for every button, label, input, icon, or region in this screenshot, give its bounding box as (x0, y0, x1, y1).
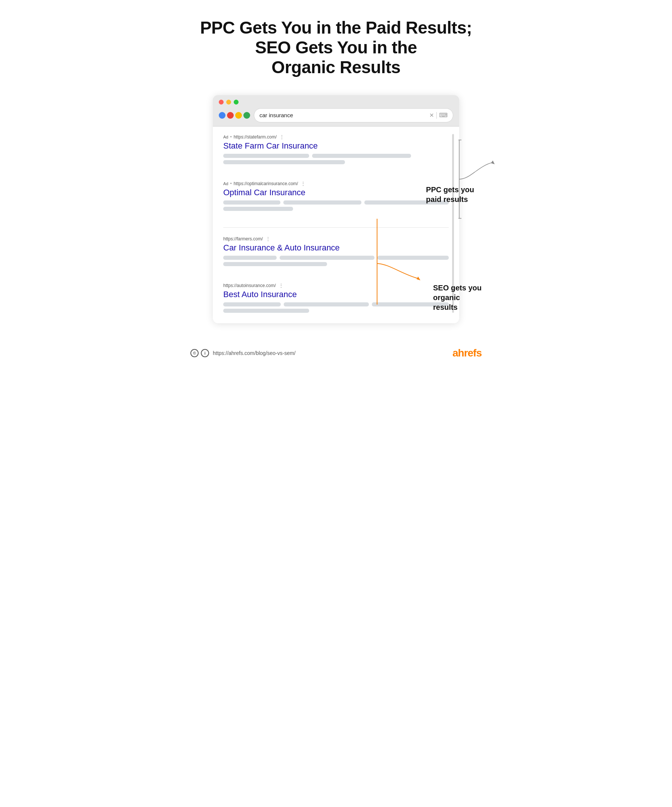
menu-dots-2: ⋮ (301, 181, 306, 187)
result-lines-1 (223, 154, 449, 164)
footer-url: https://ahrefs.com/blog/seo-vs-sem/ (213, 350, 296, 356)
g-dot-green (243, 112, 250, 119)
cc-icon: © (190, 349, 199, 357)
result-meta-2: Ad • https://optimalcarinsurance.com/ ⋮ (223, 181, 449, 187)
result-lines-2 (223, 201, 449, 211)
menu-dots-3: ⋮ (265, 236, 271, 242)
ad-badge-1: Ad (223, 135, 228, 139)
result-url-3: https://farmers.com/ (223, 236, 263, 241)
line-row-1a (223, 154, 449, 158)
result-url-4: https://autoinsurance.com/ (223, 283, 276, 288)
ad-badge-2: Ad (223, 181, 228, 186)
menu-dots-4: ⋮ (278, 282, 284, 289)
result-url-1: https://statefarm.com/ (234, 134, 277, 139)
browser-chrome: car insurance ✕ ⌨ (213, 95, 459, 126)
content-area: car insurance ✕ ⌨ (190, 95, 482, 323)
line-row-2b (223, 207, 449, 211)
ppc-label-line2: paid results (426, 194, 474, 204)
line (283, 201, 361, 204)
ad-result-2: Ad • https://optimalcarinsurance.com/ ⋮ … (223, 181, 449, 219)
line (223, 262, 327, 266)
dot-green (234, 100, 239, 105)
line (223, 160, 345, 164)
line (223, 154, 309, 158)
footer-icons: © i (190, 349, 209, 357)
result-url-2: https://optimalcarinsurance.com/ (234, 181, 298, 186)
footer: © i https://ahrefs.com/blog/seo-vs-sem/ … (190, 341, 482, 359)
seo-label-line3: results (433, 302, 482, 312)
seo-label-line2: organic (433, 293, 482, 302)
seo-bracket-svg (373, 215, 433, 312)
divider (436, 112, 437, 119)
keyboard-icon: ⌨ (439, 111, 447, 119)
line-row-1b (223, 160, 449, 164)
search-input[interactable]: car insurance ✕ ⌨ (254, 108, 453, 123)
line (223, 302, 281, 306)
dot-red (219, 100, 224, 105)
browser-dots (219, 100, 453, 105)
footer-left: © i https://ahrefs.com/blog/seo-vs-sem/ (190, 349, 296, 357)
line (284, 302, 369, 306)
g-dot-blue (219, 112, 226, 119)
info-icon: i (201, 349, 209, 357)
result-meta-1: Ad • https://statefarm.com/ ⋮ (223, 134, 449, 140)
page-wrapper: PPC Gets You in the Paid Results; SEO Ge… (168, 0, 504, 374)
result-title-2[interactable]: Optimal Car Insurance (223, 188, 449, 198)
line (312, 154, 411, 158)
line (223, 201, 280, 204)
search-query-text: car insurance (259, 112, 293, 118)
line (223, 207, 293, 211)
seo-label-line1: SEO gets you (433, 283, 482, 293)
google-logo (219, 112, 250, 119)
ppc-label-line1: PPC gets you (426, 185, 474, 194)
line (279, 256, 374, 260)
seo-annotation-wrap: SEO gets you organic results (433, 283, 482, 312)
line (223, 309, 309, 313)
menu-dots-1: ⋮ (279, 134, 284, 140)
page-title: PPC Gets You in the Paid Results; SEO Ge… (190, 18, 482, 77)
ahrefs-logo: ahrefs (452, 347, 482, 359)
g-dot-red (227, 112, 234, 119)
g-dot-yellow (235, 112, 242, 119)
svg-marker-3 (491, 161, 495, 164)
line-row-2a (223, 201, 449, 204)
line (223, 256, 277, 260)
dot-yellow (226, 100, 231, 105)
search-bar-row: car insurance ✕ ⌨ (219, 108, 453, 126)
clear-icon: ✕ (429, 112, 434, 119)
ppc-annotation: PPC gets you paid results (426, 185, 474, 204)
search-icons: ✕ ⌨ (429, 111, 447, 119)
ad-result-1: Ad • https://statefarm.com/ ⋮ State Farm… (223, 134, 449, 173)
svg-marker-5 (417, 277, 420, 280)
result-title-1[interactable]: State Farm Car Insurance (223, 141, 449, 151)
